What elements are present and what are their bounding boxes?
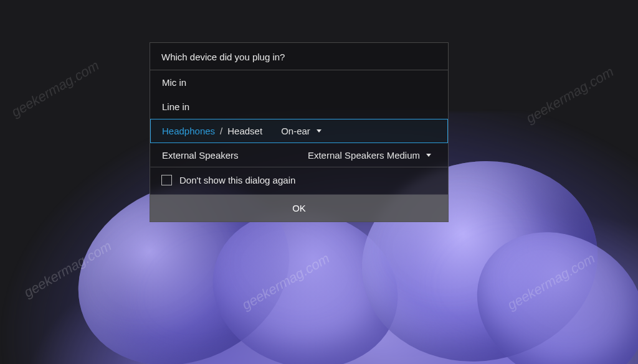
- device-option-mic-in[interactable]: Mic in: [150, 70, 448, 95]
- dont-show-label: Don't show this dialog again: [179, 175, 295, 185]
- dropdown-value: External Speakers Medium: [308, 150, 420, 161]
- device-option-external-speakers[interactable]: External Speakers External Speakers Medi…: [150, 143, 448, 167]
- device-list: Mic in Line in Headphones / Headset On-e…: [150, 70, 448, 167]
- dropdown-value: On-ear: [281, 126, 310, 136]
- headphone-type-dropdown[interactable]: On-ear: [281, 126, 324, 136]
- chevron-down-icon: [426, 154, 431, 157]
- ok-button[interactable]: OK: [150, 195, 448, 222]
- device-separator: /: [220, 126, 222, 136]
- watermark-text: geekermag.com: [9, 57, 102, 120]
- dont-show-checkbox[interactable]: [161, 175, 172, 185]
- dont-show-again-row[interactable]: Don't show this dialog again: [150, 167, 448, 195]
- device-label: External Speakers: [162, 150, 239, 161]
- speaker-size-dropdown[interactable]: External Speakers Medium: [308, 150, 434, 161]
- device-option-line-in[interactable]: Line in: [150, 95, 448, 119]
- device-option-headphones[interactable]: Headphones / Headset On-ear: [150, 119, 448, 143]
- device-label: Mic in: [162, 77, 186, 88]
- device-label-headset: Headset: [227, 126, 262, 136]
- device-label-headphones: Headphones: [162, 126, 215, 136]
- chevron-down-icon: [317, 129, 321, 133]
- dialog-title: Which device did you plug in?: [150, 43, 448, 70]
- audio-device-dialog: Which device did you plug in? Mic in Lin…: [150, 42, 449, 222]
- device-label: Line in: [162, 101, 189, 112]
